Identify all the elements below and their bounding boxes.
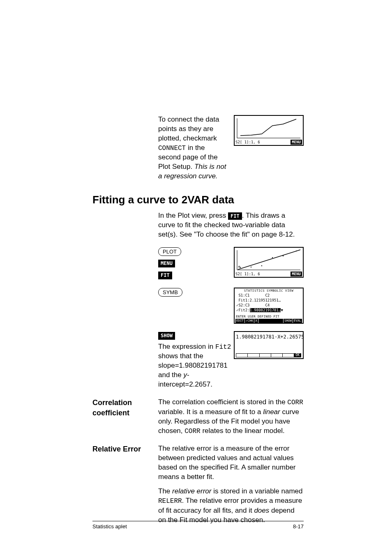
ok-softkey: OK — [294, 353, 301, 357]
softkey: ✓CHK — [245, 319, 254, 323]
connect-paragraph: To connect the data points as they are p… — [158, 115, 229, 181]
text: ▼ — [281, 308, 283, 312]
text: The expression in — [158, 343, 215, 350]
show-softkey-icon: SHOW — [158, 332, 175, 339]
section-heading: Fitting a curve to 2VAR data — [92, 193, 304, 207]
screen-menubar: EDIT ✓CHK X SHOW EVAL — [235, 319, 302, 323]
text: The relative error is stored in a variab… — [158, 487, 304, 525]
menu-softkey-icon: MENU — [158, 260, 175, 267]
svg-rect-2 — [251, 267, 251, 267]
screen-prompt: ENTER USER DEFINED FIT — [236, 315, 279, 319]
step2-keys: SYMB — [158, 288, 234, 324]
fit-intro: In the Plot view, press FIT. This draws … — [158, 211, 304, 240]
softkey: EDIT — [235, 319, 244, 323]
spacer — [258, 319, 283, 323]
plot-status: S2[ 1]:1, 6 — [235, 272, 260, 276]
softkey: X — [254, 319, 258, 323]
softkey: SHOW — [284, 319, 293, 323]
highlight: 1.98082191781… — [250, 308, 281, 312]
svg-rect-3 — [261, 265, 262, 266]
text: The correlation coefficient is stored in… — [158, 398, 287, 406]
linear-italic: linear — [263, 408, 280, 416]
formula-text: 1.98082191781·X+2.26575 — [236, 334, 304, 340]
connect-code: CONNECT — [158, 145, 186, 152]
text: relates to the linear model. — [201, 427, 285, 435]
text: In the Plot view, press — [158, 212, 228, 219]
menu-softkey: MENU — [291, 272, 302, 276]
does-italic: does — [254, 507, 269, 514]
symbolic-view-screen: STATISTICS SYMBOLIC VIEW S1:C1 C2 Fit1:2… — [234, 288, 304, 324]
blank-softkey — [259, 353, 271, 357]
relerr-code: RELERR — [158, 497, 182, 505]
footer-right: 8-17 — [293, 523, 304, 530]
text: The relative error is a measure of the e… — [158, 444, 304, 482]
symb-line: Fit1:2.12195121951… — [235, 298, 303, 303]
text: The — [158, 487, 172, 495]
svg-rect-5 — [283, 256, 284, 256]
blank-softkey — [236, 353, 248, 357]
relative-error-body: The relative error is a measure of the e… — [158, 444, 304, 525]
blank-softkey — [282, 353, 294, 357]
screen-title: STATISTICS SYMBOLIC VIEW — [235, 288, 303, 293]
corr-code: CORR — [184, 428, 200, 435]
fit-softkey-icon: FIT — [228, 212, 242, 220]
text: variable. It is a measure of fit to a — [158, 408, 263, 416]
y-italic: y — [183, 371, 187, 379]
correlation-heading: Correlation coefficient — [92, 398, 158, 436]
symb-line-highlighted: ✓Fit2:1.98082191781…▼ — [235, 308, 303, 313]
plot-screen-fit: + S2[ 1]:1, 6 MENU — [234, 247, 304, 278]
fit2-code: Fit2 — [215, 343, 231, 351]
svg-rect-6 — [296, 251, 297, 251]
plot-screen-connected: S2[ 1]:1, 6 MENU — [234, 115, 304, 146]
symb-line: S1:C1 C2 — [235, 293, 303, 298]
symb-key-icon: SYMB — [158, 288, 182, 297]
step1-keys: PLOT MENU FIT — [158, 247, 234, 280]
text: To connect the data points as they are p… — [158, 115, 219, 142]
formula-screen: 1.98082191781·X+2.26575 OK — [234, 331, 304, 359]
symb-line: ✓S2:C3 C4 — [235, 303, 303, 308]
svg-rect-4 — [272, 257, 273, 258]
svg-text:+: + — [238, 265, 240, 269]
text: is stored in a variable named — [211, 487, 302, 495]
menu-softkey: MENU — [291, 140, 302, 145]
blank-softkey — [271, 353, 283, 357]
step3-text: SHOW The expression in Fit2 shows that t… — [158, 331, 234, 389]
plot-status: S2[ 1]:1, 6 — [235, 140, 260, 145]
page-footer: Statistics aplet 8-17 — [92, 521, 304, 530]
svg-line-0 — [238, 250, 300, 269]
text: shows that the slope=1.98082191781 and t… — [158, 352, 228, 379]
corr-code: CORR — [287, 399, 303, 406]
correlation-body: The correlation coefficient is stored in… — [158, 398, 304, 436]
fit-softkey-icon: FIT — [158, 272, 172, 279]
relative-error-italic: relative error — [172, 487, 211, 495]
text: ✓Fit2: — [236, 308, 250, 312]
relative-error-heading: Relative Error — [92, 444, 158, 525]
blank-softkey — [247, 353, 259, 357]
footer-left: Statistics aplet — [92, 523, 127, 530]
softkey: EVAL — [293, 319, 302, 323]
screen-menubar: OK — [236, 353, 301, 357]
plot-key-icon: PLOT — [158, 247, 181, 256]
